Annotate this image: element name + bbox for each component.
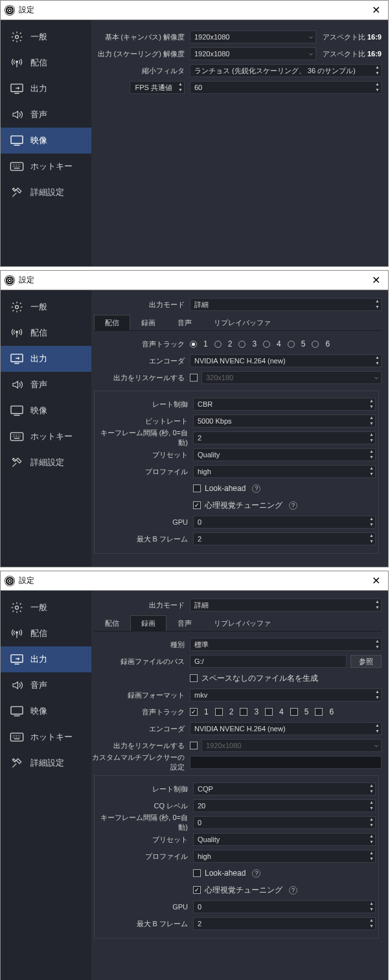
rec-profile-select[interactable]: high▲▼ (193, 850, 376, 863)
settings-window-output-record: 設定 ✕ 一般 配信 出力 音声 映像 ホットキー 詳細設定 出力モード 詳細▲… (0, 571, 389, 980)
sidebar-item-output[interactable]: 出力 (1, 646, 91, 672)
sidebar-item-video[interactable]: 映像 (1, 698, 91, 724)
help-icon[interactable]: ? (252, 869, 260, 878)
tab-replay[interactable]: リプレイバッファ (203, 615, 282, 631)
help-icon[interactable]: ? (289, 886, 297, 895)
fps-select[interactable]: 60▲▼ (190, 81, 382, 94)
keyboard-icon (10, 161, 24, 172)
sidebar-item-advanced[interactable]: 詳細設定 (1, 450, 91, 475)
sidebar-item-audio[interactable]: 音声 (1, 672, 91, 698)
track-radio-4[interactable] (263, 341, 270, 348)
rec-format-label: 録画フォーマット (91, 690, 190, 700)
track-radio-2[interactable] (214, 341, 222, 348)
sidebar-item-video[interactable]: 映像 (1, 128, 91, 154)
rec-rescale-checkbox[interactable] (190, 742, 198, 749)
svg-point-5 (16, 306, 19, 309)
sidebar-item-general[interactable]: 一般 (1, 24, 91, 50)
filter-select[interactable]: ランチョス (先鋭化スケーリング、 36 のサンプル)▲▼ (190, 64, 382, 77)
browse-button[interactable]: 参照 (350, 655, 382, 668)
speaker-icon (10, 679, 24, 691)
rec-lookahead-checkbox[interactable] (193, 869, 201, 877)
tab-replay[interactable]: リプレイバッファ (203, 315, 282, 330)
encoder-select[interactable]: NVIDIA NVENC H.264 (new)▲▼ (190, 354, 382, 367)
close-icon[interactable]: ✕ (368, 274, 384, 286)
encoder-settings-group: レート制御CBR▲▼ ビットレート5000 Kbps▲▼ キーフレーム間隔 (秒… (94, 391, 379, 554)
track-radio-5[interactable] (288, 341, 295, 348)
sidebar-item-advanced[interactable]: 詳細設定 (1, 750, 91, 776)
track-check-2[interactable] (215, 708, 223, 716)
rescale-checkbox[interactable] (190, 374, 198, 382)
bitrate-input[interactable]: 5000 Kbps▲▼ (193, 415, 376, 427)
track-radio-1[interactable] (190, 341, 197, 348)
help-icon[interactable]: ? (289, 501, 297, 510)
close-icon[interactable]: ✕ (368, 575, 384, 587)
sidebar-item-hotkeys[interactable]: ホットキー (1, 424, 91, 450)
gpu-input[interactable]: 0▲▼ (193, 516, 376, 529)
rec-format-select[interactable]: mkv▲▼ (190, 689, 382, 701)
close-icon[interactable]: ✕ (368, 4, 384, 16)
sidebar-item-stream[interactable]: 配信 (1, 50, 91, 76)
bitrate-label: ビットレート (95, 416, 193, 426)
sidebar-item-audio[interactable]: 音声 (1, 102, 91, 128)
rec-type-label: 種別 (91, 640, 190, 650)
rec-gpu-input[interactable]: 0▲▼ (193, 900, 376, 913)
svg-point-10 (16, 606, 19, 610)
rec-type-select[interactable]: 標準▲▼ (190, 638, 382, 651)
rec-preset-select[interactable]: Quality▲▼ (193, 833, 376, 846)
tab-audio[interactable]: 音声 (166, 315, 203, 330)
track-radio-6[interactable] (312, 341, 319, 348)
rec-psycho-checkbox[interactable] (193, 886, 201, 894)
track-check-5[interactable] (290, 708, 298, 716)
sidebar-item-stream[interactable]: 配信 (1, 621, 91, 646)
rec-mux-input[interactable] (190, 756, 382, 769)
nospace-checkbox[interactable] (190, 674, 198, 682)
sidebar-item-hotkeys[interactable]: ホットキー (1, 724, 91, 750)
lookahead-checkbox[interactable] (193, 484, 201, 492)
scaled-res-select[interactable]: 1920x1080⌵ (190, 47, 316, 60)
sidebar-item-hotkeys[interactable]: ホットキー (1, 154, 91, 179)
output-mode-select[interactable]: 詳細▲▼ (190, 598, 382, 611)
settings-window-output-stream: 設定 ✕ 一般 配信 出力 音声 映像 ホットキー 詳細設定 出力モード 詳細▲… (0, 270, 389, 567)
sidebar-item-audio[interactable]: 音声 (1, 372, 91, 398)
track-check-1[interactable] (190, 708, 198, 716)
tab-record[interactable]: 録画 (130, 615, 166, 631)
tab-stream[interactable]: 配信 (94, 315, 130, 330)
nospace-label: スペースなしのファイル名を生成 (201, 673, 318, 684)
sidebar-item-general[interactable]: 一般 (1, 294, 91, 320)
tab-audio[interactable]: 音声 (166, 615, 203, 631)
preset-select[interactable]: Quality▲▼ (193, 448, 376, 461)
sidebar: 一般 配信 出力 音声 映像 ホットキー 詳細設定 (1, 20, 91, 266)
rate-control-select[interactable]: CBR▲▼ (193, 398, 376, 411)
track-check-4[interactable] (265, 708, 273, 716)
track-radio-3[interactable] (238, 341, 246, 348)
rec-keyframe-input[interactable]: 0▲▼ (193, 816, 376, 829)
profile-select[interactable]: high▲▼ (193, 465, 376, 478)
rec-encoder-select[interactable]: NVIDIA NVENC H.264 (new)▲▼ (190, 722, 382, 735)
obs-icon (5, 576, 15, 586)
psycho-checkbox[interactable] (193, 501, 201, 509)
help-icon[interactable]: ? (252, 484, 260, 493)
sidebar-item-video[interactable]: 映像 (1, 398, 91, 424)
base-res-select[interactable]: 1920x1080⌵ (190, 30, 316, 43)
sidebar-item-output[interactable]: 出力 (1, 346, 91, 372)
gear-icon (10, 602, 24, 613)
tab-record[interactable]: 録画 (130, 315, 166, 330)
output-mode-select[interactable]: 詳細▲▼ (190, 298, 382, 311)
rec-cq-input[interactable]: 20▲▼ (193, 799, 376, 812)
rec-rate-control-select[interactable]: CQP▲▼ (193, 782, 376, 795)
sidebar-item-advanced[interactable]: 詳細設定 (1, 179, 91, 205)
sidebar-label: 音声 (30, 109, 47, 120)
sidebar: 一般 配信 出力 音声 映像 ホットキー 詳細設定 (1, 591, 91, 980)
keyframe-input[interactable]: 2▲▼ (193, 431, 376, 444)
sidebar-item-output[interactable]: 出力 (1, 76, 91, 102)
track-check-6[interactable] (315, 708, 323, 716)
spinner-icon: ▲▼ (375, 298, 380, 310)
sidebar-item-general[interactable]: 一般 (1, 595, 91, 621)
fps-type-select[interactable]: FPS 共通値▲▼ (130, 81, 185, 94)
tab-stream[interactable]: 配信 (94, 615, 130, 631)
rec-bframes-input[interactable]: 2▲▼ (193, 917, 376, 930)
track-check-3[interactable] (240, 708, 247, 716)
sidebar-item-stream[interactable]: 配信 (1, 320, 91, 346)
rec-path-input[interactable]: G:/ (190, 655, 347, 668)
bframes-input[interactable]: 2▲▼ (193, 532, 376, 545)
